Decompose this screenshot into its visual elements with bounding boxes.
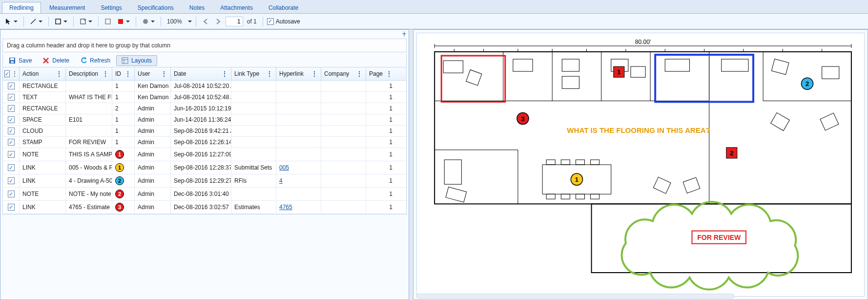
cell: 4765 - Estimate	[66, 201, 112, 214]
table-row[interactable]: NOTETHIS IS A SAMPLE1AdminSep-08-2016 12…	[3, 148, 406, 161]
col-menu-icon[interactable]: ⋮	[356, 70, 363, 77]
markup-marker-red-3[interactable]: 3	[517, 113, 529, 125]
col-menu-icon[interactable]: ⋮	[56, 70, 62, 77]
header-checkbox[interactable]	[4, 70, 10, 77]
cell-id: 1	[112, 114, 135, 125]
splitter[interactable]	[409, 29, 413, 300]
zoom-value[interactable]: 100%	[165, 18, 184, 25]
table-row[interactable]: RECTANGLE2AdminJun-16-2015 10:12:19 AM1	[3, 103, 406, 114]
markup-marker-red-2[interactable]: 2	[726, 148, 737, 158]
pin-icon[interactable]	[401, 31, 408, 38]
col-menu-icon[interactable]: ⋮	[386, 70, 393, 77]
markup-text[interactable]: WHAT IS THE FLOORING IN THIS AREA?	[567, 126, 710, 134]
markup-marker-cyan-2[interactable]: 2	[801, 78, 813, 89]
shape-tool[interactable]	[53, 16, 69, 27]
col-linktype[interactable]: Link Type⋮	[231, 67, 276, 80]
save-button[interactable]: Save	[4, 56, 37, 65]
hyperlink[interactable]: 4765	[279, 204, 292, 211]
page-input[interactable]	[226, 17, 243, 26]
refresh-button[interactable]: Refresh	[75, 56, 115, 65]
svg-rect-54	[665, 59, 689, 71]
col-menu-icon[interactable]: ⋮	[125, 70, 131, 77]
cell: Dec-08-2016 3:02:57 PM	[171, 201, 231, 214]
col-page[interactable]: Page⋮	[366, 67, 395, 80]
refresh-button-label: Refresh	[90, 57, 110, 64]
svg-rect-44	[561, 194, 570, 199]
col-menu-icon[interactable]: ⋮	[222, 70, 228, 77]
row-checkbox[interactable]	[8, 177, 15, 184]
hyperlink[interactable]: 005	[279, 164, 289, 171]
layouts-button[interactable]: Layouts	[116, 55, 157, 66]
svg-rect-61	[446, 187, 467, 202]
col-id[interactable]: ID⋮	[112, 67, 135, 80]
row-checkbox[interactable]	[8, 151, 15, 158]
svg-rect-47	[443, 61, 463, 73]
tab-notes[interactable]: Notes	[182, 2, 212, 13]
drawing-viewport[interactable]: 80.00'	[416, 33, 865, 297]
pointer-tool[interactable]	[3, 16, 20, 27]
table-row[interactable]: RECTANGLE1Ken DamonJul-08-2014 10:52:20 …	[3, 81, 406, 92]
row-checkbox[interactable]	[8, 105, 15, 112]
grid-toolbar: Save Delete Refresh Layouts	[2, 54, 407, 67]
markup-rectangle-1[interactable]	[441, 56, 505, 102]
hyperlink[interactable]: 4	[279, 177, 283, 184]
markup-cloud[interactable]	[621, 202, 798, 290]
col-action[interactable]: Action⋮	[20, 67, 66, 80]
table-row[interactable]: LINK005 - Woods & Pl1AdminSep-08-2016 12…	[3, 161, 406, 174]
line-tool[interactable]	[28, 16, 44, 27]
table-row[interactable]: LINK4765 - Estimate3AdminDec-08-2016 3:0…	[3, 201, 406, 214]
table-row[interactable]: SPACEE1011AdminJun-14-2016 11:36:24 AM1	[3, 114, 406, 126]
zoom-dropdown-icon[interactable]	[186, 18, 192, 25]
table-row[interactable]: STAMPFOR REVIEW1AdminSep-08-2016 12:26:1…	[3, 137, 406, 148]
row-checkbox[interactable]	[8, 83, 15, 89]
row-checkbox[interactable]	[8, 116, 15, 123]
row-checkbox[interactable]	[8, 191, 15, 197]
table-row[interactable]: LINK4 - Drawing A-5002AdminSep-08-2016 1…	[3, 174, 406, 188]
groupby-bar[interactable]: Drag a column header and drop it here to…	[2, 39, 407, 52]
autosave-checkbox[interactable]: Autosave	[267, 18, 300, 25]
tab-redlining[interactable]: Redlining	[2, 2, 41, 13]
scrollbar-horizontal[interactable]	[416, 294, 734, 299]
col-menu-icon[interactable]: ⋮	[161, 70, 167, 77]
row-checkbox[interactable]	[8, 128, 15, 134]
col-menu-icon[interactable]: ⋮	[311, 70, 318, 77]
svg-text:FOR REVIEW: FOR REVIEW	[697, 234, 741, 241]
col-hyperlink[interactable]: Hyperlink⋮	[276, 67, 321, 80]
table-row[interactable]: NOTENOTE - My note2AdminDec-08-2016 3:01…	[3, 188, 406, 201]
svg-rect-39	[546, 160, 555, 165]
note-tool[interactable]	[78, 16, 94, 27]
row-checkbox[interactable]	[8, 204, 15, 211]
cell	[231, 137, 276, 148]
row-checkbox[interactable]	[8, 94, 15, 101]
row-checkbox-cell	[3, 201, 20, 214]
prev-page-button[interactable]	[200, 16, 211, 27]
markup-marker-red-1[interactable]: 1	[614, 66, 624, 77]
table-row[interactable]: CLOUD1AdminSep-08-2016 9:42:21 AM1	[3, 126, 406, 137]
tab-collaborate[interactable]: Collaborate	[261, 2, 306, 13]
delete-button-label: Delete	[52, 57, 69, 64]
col-date[interactable]: Date⋮	[171, 67, 231, 80]
fill-color-button[interactable]	[115, 16, 132, 27]
tab-attachments[interactable]: Attachments	[213, 2, 260, 13]
cell: Sep-08-2016 12:27:09 PM	[171, 148, 231, 161]
header-check-menu-icon[interactable]: ⋮	[12, 70, 18, 77]
row-checkbox[interactable]	[8, 139, 15, 146]
tab-measurement[interactable]: Measurement	[42, 2, 92, 13]
col-menu-icon[interactable]: ⋮	[267, 70, 273, 77]
cell: 1	[366, 137, 395, 148]
delete-button[interactable]: Delete	[38, 56, 74, 65]
col-menu-icon[interactable]: ⋮	[103, 70, 109, 77]
table-row[interactable]: TEXTWHAT IS THE FLO1Ken DamonJul-08-2014…	[3, 92, 406, 103]
row-checkbox[interactable]	[8, 164, 15, 171]
stroke-color-button[interactable]	[103, 16, 113, 27]
markup-stamp[interactable]: FOR REVIEW	[692, 231, 745, 244]
markup-marker-yellow-1[interactable]: 1	[571, 173, 582, 185]
col-company[interactable]: Company⋮	[321, 67, 366, 80]
col-user[interactable]: User⋮	[135, 67, 171, 80]
tab-specifications[interactable]: Specifications	[130, 2, 181, 13]
col-description[interactable]: Description⋮	[66, 67, 112, 80]
markup-rectangle-2[interactable]	[655, 55, 753, 102]
next-page-button[interactable]	[213, 16, 224, 27]
brush-size-button[interactable]	[140, 16, 157, 27]
tab-settings[interactable]: Settings	[93, 2, 129, 13]
